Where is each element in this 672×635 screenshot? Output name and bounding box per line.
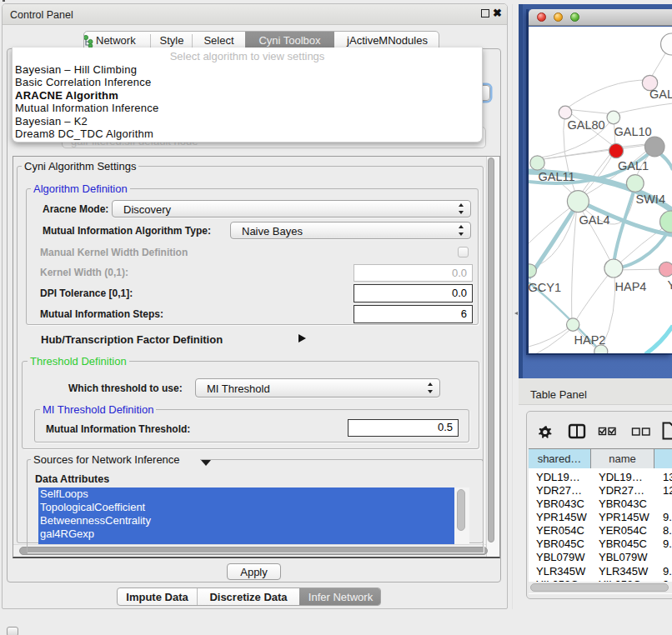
svg-text:GAL80: GAL80	[567, 118, 604, 132]
svg-text:HAP2: HAP2	[574, 333, 605, 347]
svg-text:GAL: GAL	[649, 88, 672, 101]
svg-text:GAL4: GAL4	[579, 212, 609, 226]
svg-text:GAL10: GAL10	[614, 124, 651, 138]
svg-text:Y: Y	[667, 278, 672, 292]
svg-text:GCY1: GCY1	[529, 280, 561, 293]
svg-text:HAP4: HAP4	[614, 279, 646, 292]
svg-text:GAL1: GAL1	[618, 158, 649, 172]
svg-text:GAL11: GAL11	[538, 169, 574, 182]
svg-text:SWI4: SWI4	[635, 192, 664, 206]
